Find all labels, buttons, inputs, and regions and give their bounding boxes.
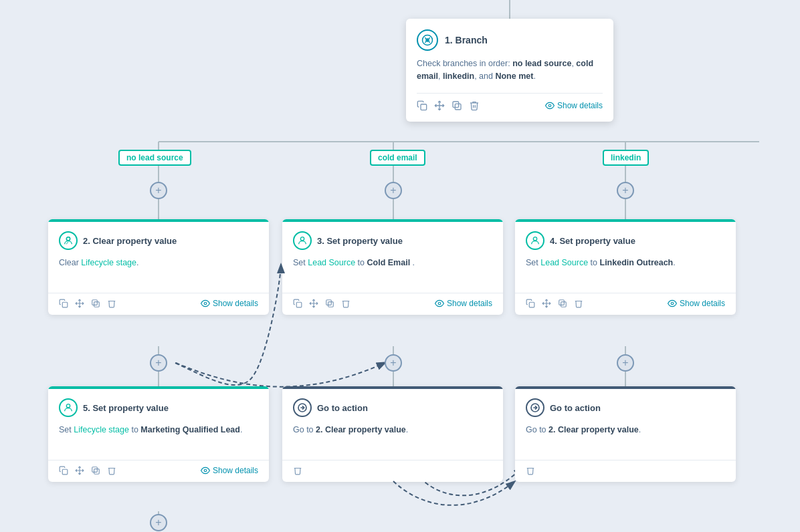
card-clear-property: 2. Clear property value Clear Lifecycle … bbox=[48, 219, 269, 315]
card-footer-3: Show details bbox=[282, 293, 503, 315]
card-content-3: Set Lead Source to Cold Email . bbox=[293, 257, 492, 281]
card-set-linkedin: 4. Set property value Set Lead Source to… bbox=[515, 219, 736, 315]
card-header-goto-2: Go to action bbox=[526, 398, 725, 417]
svg-rect-22 bbox=[62, 302, 68, 307]
copy-icon-3[interactable] bbox=[293, 299, 302, 308]
svg-rect-23 bbox=[92, 300, 98, 305]
svg-rect-17 bbox=[453, 102, 459, 108]
footer-icons-goto-1 bbox=[293, 466, 302, 475]
card-title-3: 3. Set property value bbox=[317, 236, 403, 246]
branch-footer: Show details bbox=[417, 93, 603, 111]
plus-button-2[interactable]: + bbox=[385, 182, 402, 199]
delete-icon-goto-2[interactable] bbox=[526, 466, 535, 475]
svg-rect-34 bbox=[561, 302, 567, 307]
svg-point-35 bbox=[671, 302, 674, 305]
card-content-goto-2: Go to 2. Clear property value. bbox=[526, 424, 725, 448]
svg-point-21 bbox=[66, 237, 70, 241]
move-icon-5[interactable] bbox=[75, 466, 84, 475]
svg-rect-29 bbox=[328, 302, 334, 307]
lead-source-link-1[interactable]: Lead Source bbox=[308, 258, 355, 267]
delete-icon-2[interactable] bbox=[107, 299, 116, 308]
clone-icon-2[interactable] bbox=[91, 299, 100, 308]
branch-icon bbox=[417, 29, 438, 51]
card-icon-3 bbox=[293, 231, 312, 250]
svg-point-36 bbox=[66, 404, 70, 408]
card-icon-2 bbox=[59, 231, 78, 250]
branch-title: 1. Branch bbox=[445, 35, 488, 45]
card-content-2: Clear Lifecycle stage. bbox=[59, 257, 258, 281]
branch-label-no-lead-source: no lead source bbox=[118, 150, 191, 166]
plus-button-3[interactable]: + bbox=[617, 182, 634, 199]
card-content-goto-1: Go to 2. Clear property value. bbox=[293, 424, 492, 448]
card-header-goto-1: Go to action bbox=[293, 398, 492, 417]
card-title-4: 4. Set property value bbox=[550, 236, 635, 246]
svg-point-19 bbox=[548, 104, 551, 107]
card-footer-goto-1 bbox=[282, 460, 503, 482]
copy-icon[interactable] bbox=[417, 100, 427, 111]
show-details-2[interactable]: Show details bbox=[201, 299, 258, 308]
plus-button-1[interactable]: + bbox=[150, 182, 167, 199]
card-header-2: 2. Clear property value bbox=[59, 231, 258, 250]
svg-point-40 bbox=[204, 469, 207, 472]
branch-show-details[interactable]: Show details bbox=[545, 101, 603, 110]
copy-icon-5[interactable] bbox=[59, 466, 68, 475]
move-icon[interactable] bbox=[434, 100, 445, 111]
svg-rect-39 bbox=[94, 469, 100, 475]
card-footer-5: Show details bbox=[48, 460, 269, 482]
card-header-3: 3. Set property value bbox=[293, 231, 492, 250]
delete-icon-goto-1[interactable] bbox=[293, 466, 302, 475]
workflow-canvas: 1. Branch Check branches in order: no le… bbox=[0, 0, 800, 532]
footer-icons-5 bbox=[59, 466, 116, 475]
delete-icon-3[interactable] bbox=[341, 299, 351, 308]
lifecycle-stage-link-1[interactable]: Lifecycle stage bbox=[81, 258, 136, 267]
svg-rect-37 bbox=[62, 469, 68, 475]
copy-icon-4[interactable] bbox=[526, 299, 535, 308]
plus-button-6[interactable]: + bbox=[617, 354, 634, 372]
copy-icon-2[interactable] bbox=[59, 299, 68, 308]
card-footer-2: Show details bbox=[48, 293, 269, 315]
delete-icon-5[interactable] bbox=[107, 466, 116, 475]
card-icon-5 bbox=[59, 398, 78, 417]
clone-icon-4[interactable] bbox=[558, 299, 567, 308]
footer-icons-3 bbox=[293, 299, 351, 308]
clone-icon-5[interactable] bbox=[91, 466, 100, 475]
card-icon-goto-2 bbox=[526, 398, 544, 417]
delete-icon-4[interactable] bbox=[574, 299, 583, 308]
clone-icon[interactable] bbox=[452, 100, 462, 111]
card-title-2: 2. Clear property value bbox=[83, 236, 177, 246]
card-title-goto-2: Go to action bbox=[550, 403, 601, 413]
card-body-4: 4. Set property value Set Lead Source to… bbox=[515, 222, 736, 287]
plus-button-4[interactable]: + bbox=[150, 354, 167, 372]
branch-label-cold-email: cold email bbox=[370, 150, 425, 166]
move-icon-4[interactable] bbox=[542, 299, 551, 308]
clone-icon-3[interactable] bbox=[325, 299, 334, 308]
card-body-goto-1: Go to action Go to 2. Clear property val… bbox=[282, 389, 503, 454]
lifecycle-stage-link-2[interactable]: Lifecycle stage bbox=[74, 425, 129, 434]
card-goto-middle: Go to action Go to 2. Clear property val… bbox=[282, 386, 503, 482]
plus-button-bottom[interactable]: + bbox=[150, 514, 167, 531]
svg-point-26 bbox=[300, 237, 304, 241]
move-icon-2[interactable] bbox=[75, 299, 84, 308]
card-goto-right: Go to action Go to 2. Clear property val… bbox=[515, 386, 736, 482]
card-footer-4: Show details bbox=[515, 293, 736, 315]
show-details-4[interactable]: Show details bbox=[668, 299, 725, 308]
plus-button-5[interactable]: + bbox=[385, 354, 402, 372]
move-icon-3[interactable] bbox=[309, 299, 318, 308]
svg-rect-16 bbox=[421, 104, 427, 110]
card-content-5: Set Lifecycle stage to Marketing Qualifi… bbox=[59, 424, 258, 448]
delete-icon[interactable] bbox=[469, 100, 480, 111]
branch-footer-icons bbox=[417, 100, 480, 111]
card-header-4: 4. Set property value bbox=[526, 231, 725, 250]
svg-rect-38 bbox=[92, 467, 98, 473]
card-footer-goto-2 bbox=[515, 460, 736, 482]
branch-card-header: 1. Branch bbox=[417, 29, 603, 51]
svg-rect-33 bbox=[559, 300, 565, 305]
show-details-5[interactable]: Show details bbox=[201, 466, 258, 475]
card-header-5: 5. Set property value bbox=[59, 398, 258, 417]
lead-source-link-2[interactable]: Lead Source bbox=[540, 258, 588, 267]
footer-icons-4 bbox=[526, 299, 583, 308]
branch-label-linkedin: linkedin bbox=[603, 150, 649, 166]
card-title-goto-1: Go to action bbox=[317, 403, 368, 413]
footer-icons-goto-2 bbox=[526, 466, 535, 475]
show-details-3[interactable]: Show details bbox=[435, 299, 492, 308]
